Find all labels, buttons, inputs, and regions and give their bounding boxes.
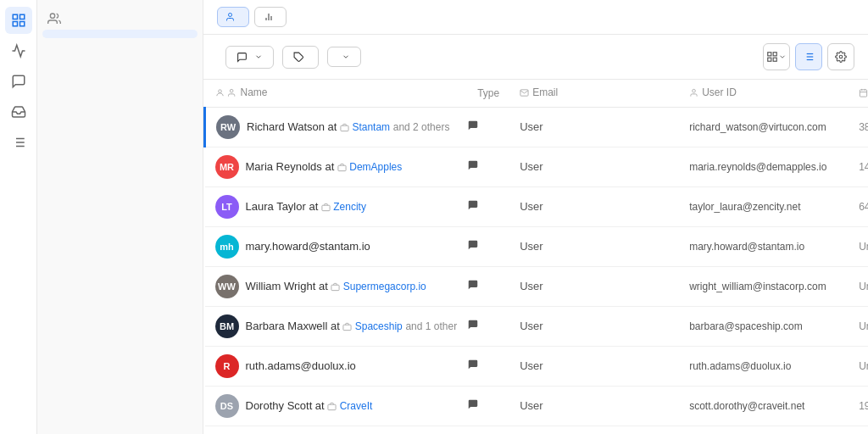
activity-nav-icon[interactable] — [5, 37, 32, 64]
user-name-text: Dorothy Scott at CraveIt — [246, 399, 373, 412]
svg-point-29 — [693, 89, 696, 92]
user-name-cell: RWRichard Watson at Stantam and 2 others — [205, 107, 468, 147]
type-cell: User — [509, 226, 679, 266]
type-cell: User — [509, 306, 679, 346]
user-name-cell: DSDorothy Scott at CraveIt — [205, 386, 468, 426]
type-cell: User — [509, 426, 679, 434]
chat-icon-cell — [467, 266, 509, 306]
userid-cell: Unknown — [849, 266, 868, 306]
svg-rect-30 — [860, 89, 867, 96]
grid-view-button[interactable] — [763, 43, 790, 70]
sidebar-conversations[interactable] — [37, 78, 203, 90]
tag-button[interactable] — [282, 46, 319, 69]
email-cell: ruth.adams@duolux.io — [679, 346, 849, 386]
sidebar-item-slipping-away[interactable] — [42, 50, 198, 58]
main-content: Name Type Email — [203, 0, 868, 434]
sidebar-item-all-users[interactable] — [42, 30, 198, 38]
user-name-text: ruth.adams@duolux.io — [246, 359, 356, 372]
svg-point-26 — [839, 55, 843, 58]
svg-point-10 — [50, 14, 54, 18]
settings-button[interactable] — [827, 43, 854, 70]
user-name-text: mary.howard@stantam.io — [246, 240, 370, 253]
email-cell: mary.howard@stantam.io — [679, 226, 849, 266]
table-row[interactable]: MRMaria Reynolds at DemApples Usermaria.… — [205, 147, 869, 186]
userid-cell: Unknown — [849, 306, 868, 346]
col-header-userid[interactable]: User ID — [679, 80, 849, 107]
userid-cell: 19532 — [849, 386, 868, 426]
table-row[interactable]: WWWilliam Wright at Supermegacorp.io Use… — [205, 266, 869, 306]
avatar: R — [215, 354, 239, 378]
sidebar-item-all-leads[interactable] — [42, 40, 198, 48]
message-button[interactable] — [225, 46, 274, 69]
chat-bubble-icon — [467, 201, 479, 214]
table-row[interactable]: RWRichard Watson at Stantam and 2 others… — [205, 107, 869, 147]
inbox-nav-icon[interactable] — [5, 98, 32, 125]
table-row[interactable]: Rruth.adams@duolux.io Userruth.adams@duo… — [205, 346, 869, 386]
user-name-text: Barbara Maxwell at Spaceship and 1 other — [246, 320, 458, 332]
userid-cell: Unknown — [849, 346, 868, 386]
toolbar-left — [217, 46, 361, 69]
userid-cell: 86539 — [849, 426, 868, 434]
type-cell: User — [509, 346, 679, 386]
more-button[interactable] — [327, 47, 361, 67]
col-header-email[interactable]: Email — [509, 80, 679, 107]
chat-icon-cell — [467, 306, 509, 346]
svg-point-11 — [229, 14, 232, 17]
svg-point-28 — [230, 89, 233, 92]
chat-bubble-icon — [467, 281, 479, 293]
chat-bubble-icon — [467, 241, 479, 253]
svg-rect-17 — [773, 53, 776, 56]
svg-rect-1 — [19, 14, 24, 19]
users-table-container: Name Type Email — [203, 80, 868, 434]
avatar: MR — [215, 155, 239, 179]
svg-rect-36 — [322, 206, 330, 211]
home-nav-icon[interactable] — [5, 7, 32, 34]
list-nav-icon[interactable] — [5, 129, 32, 156]
chat-bubble-icon — [467, 121, 479, 134]
type-cell: User — [509, 186, 679, 226]
user-name-text: Laura Taylor at Zencity — [246, 200, 366, 213]
email-cell: taylor_laura@zencity.net — [679, 186, 849, 226]
user-name-cell: CECarol Ellis at HooBoo — [205, 426, 468, 434]
sidebar-people-heading — [37, 7, 203, 29]
user-name-cell: Rruth.adams@duolux.io — [205, 346, 468, 386]
svg-rect-35 — [338, 166, 346, 171]
userid-cell: 14725 — [849, 147, 868, 186]
users-filter-chip[interactable] — [217, 7, 249, 27]
email-cell: maria.reynolds@demapples.io — [679, 147, 849, 186]
type-cell: User — [509, 266, 679, 306]
add-filter-button[interactable] — [292, 13, 309, 21]
col-header-signed[interactable]: Signed — [849, 80, 868, 107]
email-cell: barbara@spaceship.com — [679, 306, 849, 346]
user-name-cell: MRMaria Reynolds at DemApples — [205, 147, 468, 186]
sidebar-companies[interactable] — [37, 66, 203, 78]
show-hidden-link[interactable] — [37, 59, 203, 66]
chat-nav-icon[interactable] — [5, 68, 32, 95]
chat-icon-cell — [467, 226, 509, 266]
user-name-text: Maria Reynolds at DemApples — [246, 160, 403, 173]
chat-icon-cell — [467, 346, 509, 386]
chat-bubble-icon — [467, 320, 479, 333]
type-cell: User — [509, 107, 679, 147]
table-row[interactable]: CECarol Ellis at HooBoo Usercarol_ellis@… — [205, 426, 869, 434]
email-cell: richard_watson@virtucon.com — [679, 107, 849, 147]
toolbar-right — [763, 43, 854, 70]
type-cell: User — [509, 386, 679, 426]
svg-rect-16 — [768, 53, 771, 56]
user-name-cell: mhmary.howard@stantam.io — [205, 226, 468, 266]
col-header-name[interactable]: Name — [205, 80, 468, 107]
userid-cell: 38585 — [849, 107, 868, 147]
table-row[interactable]: DSDorothy Scott at CraveIt Userscott.dor… — [205, 386, 869, 426]
sidebar-start-guide[interactable] — [37, 90, 203, 102]
table-row[interactable]: BMBarbara Maxwell at Spaceship and 1 oth… — [205, 306, 869, 346]
table-row[interactable]: mhmary.howard@stantam.io Usermary.howard… — [205, 226, 869, 266]
match-filter-chip[interactable] — [254, 7, 287, 27]
svg-rect-2 — [13, 22, 17, 26]
table-row[interactable]: LTLaura Taylor at Zencity Usertaylor_lau… — [205, 186, 869, 226]
col-header-type[interactable]: Type — [467, 80, 509, 107]
table-header-row: Name Type Email — [205, 80, 869, 107]
chat-icon-cell — [467, 107, 509, 147]
email-cell: carol_ellis@hooboo.com — [679, 426, 849, 434]
list-view-button[interactable] — [795, 43, 822, 70]
toolbar — [203, 35, 868, 80]
